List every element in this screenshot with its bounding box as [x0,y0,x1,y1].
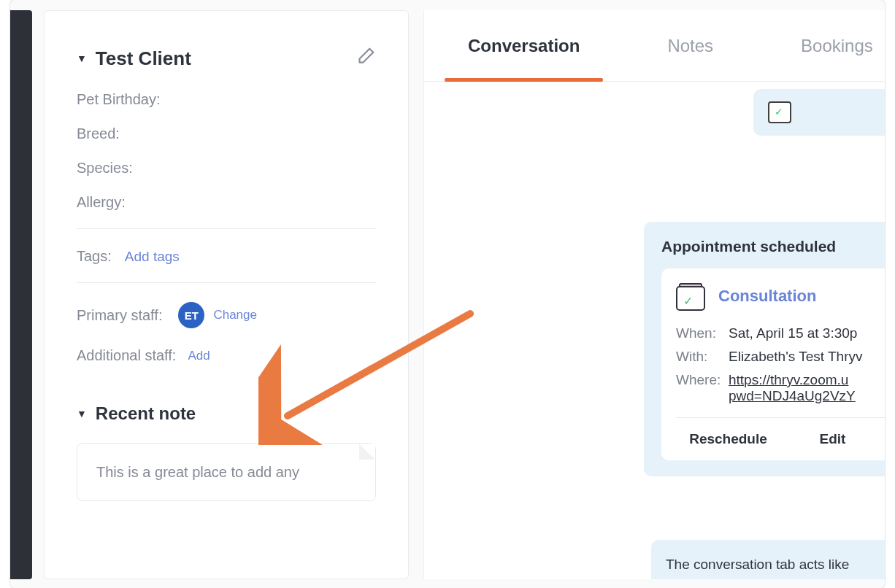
field-label: Breed: [77,125,120,142]
recent-note-heading: Recent note [96,403,196,424]
add-tags-link[interactable]: Add tags [125,249,180,265]
edit-appointment-button[interactable]: Edit [780,418,885,460]
appointment-title: Appointment scheduled [661,238,885,255]
avatar: ET [178,302,204,328]
message-fragment-top [753,89,885,136]
calendar-check-icon: ✓ [676,282,705,311]
kv-value: Sat, April 15 at 3:30p [729,325,857,341]
tip-text: The conversation tab acts like [666,557,849,572]
field-pet-birthday: Pet Birthday: [77,91,376,108]
caret-down-icon: ▼ [77,408,87,419]
appointment-with: With: Elizabeth's Test Thryv [676,349,885,365]
note-card[interactable]: This is a great place to add any [77,443,376,501]
kv-label: Where: [676,372,721,388]
tags-row: Tags: Add tags [77,248,376,265]
primary-staff-label: Primary staff: [77,307,162,324]
client-name-toggle[interactable]: ▼ Test Client [77,47,191,70]
appointment-card: Appointment scheduled ✓ Consultation Whe… [644,222,885,476]
divider [77,282,376,283]
primary-staff-row: Primary staff: ET Change [77,302,376,328]
main-panel: Conversation Notes Bookings Appointment … [423,10,885,579]
field-species: Species: [77,160,376,177]
tip-message: The conversation tab acts like [651,540,885,579]
zoom-link-line2[interactable]: pwd=NDJ4aUg2VzY [729,388,856,403]
client-name: Test Client [96,47,191,70]
service-link[interactable]: Consultation [718,287,816,306]
conversation-body: Appointment scheduled ✓ Consultation Whe… [424,82,885,579]
pencil-icon [354,46,376,68]
zoom-link-line1[interactable]: https://thryv.zoom.u [729,372,848,387]
client-sidebar: ▼ Test Client Pet Birthday: Breed: [44,10,409,579]
app-left-rail [10,10,32,579]
caret-down-icon: ▼ [77,53,87,64]
tab-bookings[interactable]: Bookings [757,10,885,81]
reschedule-button[interactable]: Reschedule [676,418,780,460]
add-staff-link[interactable]: Add [188,349,210,363]
field-label: Allergy: [77,194,126,211]
tab-label: Conversation [468,36,580,56]
tab-conversation[interactable]: Conversation [424,10,623,81]
tab-label: Notes [667,36,713,56]
appointment-when: When: Sat, April 15 at 3:30p [676,325,885,341]
additional-staff-label: Additional staff: [77,347,176,364]
recent-note-toggle[interactable]: ▼ Recent note [77,403,376,424]
note-body: This is a great place to add any [96,464,299,480]
tabs: Conversation Notes Bookings [424,10,885,82]
additional-staff-row: Additional staff: Add [77,347,376,364]
kv-label: With: [676,349,721,365]
edit-client-button[interactable] [354,46,376,71]
tags-label: Tags: [77,248,112,265]
kv-label: When: [676,325,721,341]
tab-label: Bookings [801,36,873,56]
calendar-check-icon [768,101,791,123]
tab-notes[interactable]: Notes [623,10,757,81]
appointment-where: Where: https://thryv.zoom.u pwd=NDJ4aUg2… [676,372,885,404]
field-label: Pet Birthday: [77,91,161,108]
field-breed: Breed: [77,125,376,142]
change-staff-link[interactable]: Change [213,308,257,322]
field-label: Species: [77,160,133,177]
divider [77,228,376,229]
kv-value: Elizabeth's Test Thryv [729,349,863,365]
field-allergy: Allergy: [77,194,376,211]
